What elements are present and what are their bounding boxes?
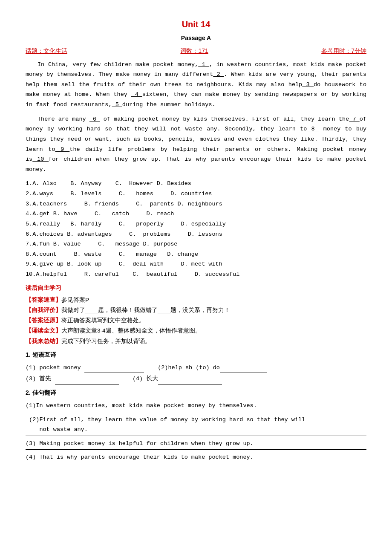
after-reading-title: 读后自主学习 <box>26 283 366 293</box>
phrase-row-1: (1) pocket money (2)help sb (to) do <box>26 362 366 373</box>
choices-list: 1.A. Also B. Anyway C. However D. Beside… <box>26 179 366 279</box>
translation-4: (4) That is why parents encourage their … <box>26 452 366 462</box>
topic-label: 话题：文化生活 <box>26 46 67 56</box>
translation-3: (3) Making pocket money is helpful for c… <box>26 439 366 449</box>
bracket-item-4: 【诵读全文】大声朗读文章3-4遍、整体感知全文，体悟作者意图。 <box>26 326 366 336</box>
bracket-item-3: 【答案还原】将正确答案填写到文中空格处。 <box>26 315 366 326</box>
choice-9: 9.A.give up B. look up C. deal with D. m… <box>26 259 366 269</box>
translation-1: (1)In western countries, most kids make … <box>26 401 366 411</box>
passage-label: Passage A <box>26 33 366 43</box>
word-count-label: 词数：171 <box>180 46 208 56</box>
page-title: Unit 14 <box>26 17 366 32</box>
choice-1: 1.A. Also B. Anyway C. However D. Beside… <box>26 179 366 189</box>
bracket-item-5: 【我来总结】完成下列学习任务，并加以背诵。 <box>26 336 366 347</box>
section1-title: 1. 短语互译 <box>26 350 366 360</box>
bracket-item-2: 【自我评价】我做对了____题，我很棒！我做错了____题，没关系，再努力！ <box>26 305 366 315</box>
choice-4: 4.A.get B. have C. catch D. reach <box>26 209 366 219</box>
translation-line-2 <box>26 436 366 436</box>
translation-2: (2)First of all, they learn the value of… <box>26 415 366 435</box>
choice-8: 8.A.count B. waste C. manage D. change <box>26 249 366 260</box>
passage-paragraph-2: There are many 6 of making pocket money … <box>26 114 366 175</box>
meta-row: 话题：文化生活 词数：171 参考用时：7分钟 <box>26 46 366 56</box>
bracket-item-1: 【答案速查】参见答案P <box>26 295 366 305</box>
choice-7: 7.A.fun B. value C. message D. purpose <box>26 239 366 249</box>
choice-5: 5.A.really B. hardly C. properly D. espe… <box>26 219 366 229</box>
choice-3: 3.A.teachers B. friends C. parents D. ne… <box>26 199 366 209</box>
choice-10: 10.A.helpful R. careful C. beautiful D. … <box>26 269 366 280</box>
phrase-row-2: (3) 首先 (4) 长大 <box>26 373 366 384</box>
passage-paragraph-1: In China, very few children make pocket … <box>26 60 366 110</box>
translation-line-1 <box>26 412 366 412</box>
choice-2: 2.A.ways B. levels C. homes D. countries <box>26 189 366 199</box>
section2-title: 2. 佳句翻译 <box>26 388 366 398</box>
choice-6: 6.A.choices B. advantages C. problems D.… <box>26 229 366 240</box>
time-label: 参考用时：7分钟 <box>321 46 366 56</box>
translation-line-3 <box>26 449 366 450</box>
